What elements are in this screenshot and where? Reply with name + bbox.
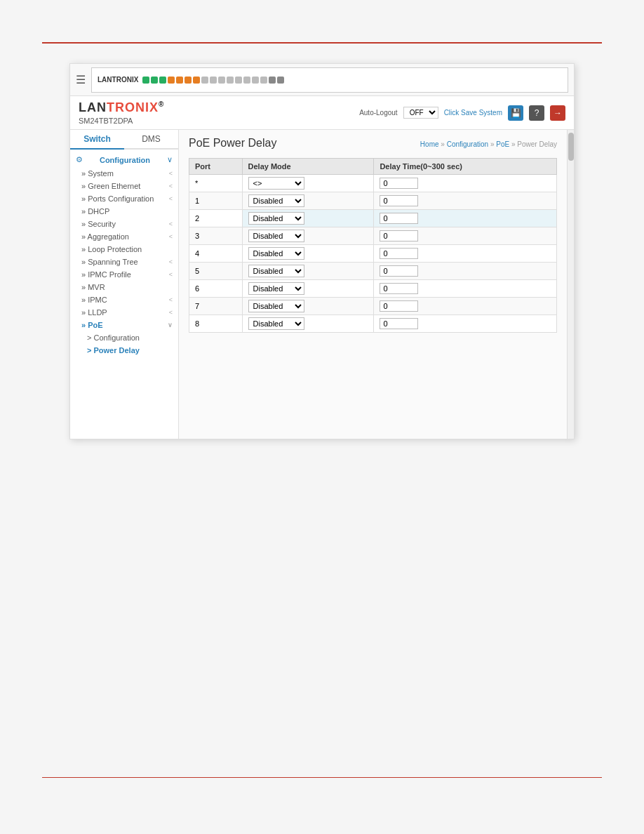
delay-mode-select-5[interactable]: <>DisabledEnabled [248,265,304,277]
sidebar-sub-item-label-poe-configuration: > Configuration [87,333,140,342]
bottom-rule [42,777,602,792]
hamburger-icon[interactable]: ☰ [76,73,86,86]
breadcrumb-home[interactable]: Home [420,140,439,148]
cell-port-2: 2 [189,210,243,227]
breadcrumb-poe[interactable]: PoE [496,140,509,148]
delay-time-input-3[interactable] [380,230,418,241]
arrow-icon-ports-configuration: < [169,195,173,202]
sidebar-item-loop-protection[interactable]: » Loop Protection [70,243,178,256]
arrow-icon-system: < [169,170,173,177]
click-save-button[interactable]: Click Save System [444,109,502,117]
table-row: 2<>DisabledEnabled [189,210,557,227]
port-indicators [142,77,284,84]
sidebar-item-label-ipmc-profile: » IPMC Profile [81,270,131,279]
col-header-delay-mode: Delay Mode [242,159,374,175]
delay-mode-select-7[interactable]: <>DisabledEnabled [248,300,304,312]
sidebar-item-poe[interactable]: » PoE ∨ [70,319,178,331]
scrollbar-thumb[interactable] [568,133,574,161]
delay-mode-select-4[interactable]: <>DisabledEnabled [248,247,304,260]
port-dot-14 [252,77,259,84]
sidebar-section: ⚙ Configuration ∨ » System < » Green Eth… [70,150,178,359]
header-row: LANTRONIX® SM24TBT2DPA Auto-Logout OFF O… [70,96,574,130]
sidebar-item-spanning-tree[interactable]: » Spanning Tree < [70,256,178,268]
tab-dms[interactable]: DMS [124,130,178,148]
help-icon-button[interactable]: ? [529,105,544,121]
sidebar-sub-item-poe-configuration[interactable]: > Configuration [70,331,178,344]
cell-port-4: 4 [189,245,243,263]
table-row: 6<>DisabledEnabled [189,280,557,298]
sidebar-item-ipmc-profile[interactable]: » IPMC Profile < [70,268,178,281]
scrollbar-area[interactable] [567,130,574,439]
content-area: PoE Power Delay Home » Configuration » P… [179,130,567,439]
delay-time-input-1[interactable] [380,195,418,206]
port-dot-15 [260,77,267,84]
sidebar-item-ports-configuration[interactable]: » Ports Configuration < [70,192,178,205]
sidebar-group-configuration[interactable]: ⚙ Configuration ∨ [70,152,178,167]
sidebar-item-label-aggregation: » Aggregation [81,232,129,241]
save-icon-button[interactable]: 💾 [508,105,523,121]
port-dot-6 [185,77,192,84]
sidebar-item-label-spanning-tree: » Spanning Tree [81,258,138,266]
sidebar-item-label-mvr: » MVR [81,283,105,291]
breadcrumb-sep3: » [511,140,516,148]
port-dot-7 [193,77,200,84]
cell-port-8: 8 [189,315,243,333]
cell-port-5: 5 [189,263,243,280]
delay-time-input-2[interactable] [380,213,418,224]
port-dot-12 [235,77,242,84]
logo-part1: LAN [79,100,107,114]
delay-time-input-6[interactable] [380,283,418,294]
delay-time-input-5[interactable] [380,265,418,277]
logout-icon-button[interactable]: → [550,105,565,121]
delay-time-input-7[interactable] [380,300,418,312]
port-dot-17 [277,77,284,84]
page-wrapper: ☰ LANTRONIX [0,0,644,834]
delay-mode-select-6[interactable]: <>DisabledEnabled [248,282,304,295]
delay-time-input-8[interactable] [380,318,418,329]
table-row: 3<>DisabledEnabled [189,227,557,245]
header-controls: Auto-Logout OFF ON Click Save System 💾 ?… [359,105,565,121]
table-row: *<>DisabledEnabled [189,175,557,192]
content-wrapper: PoE Power Delay Home » Configuration » P… [179,130,574,439]
config-table: Port Delay Mode Delay Time(0~300 sec) *<… [189,158,557,333]
sidebar-item-ipmc[interactable]: » IPMC < [70,293,178,306]
delay-mode-select-0[interactable]: <>DisabledEnabled [248,177,304,190]
port-dot-8 [201,77,208,84]
sidebar-item-dhcp[interactable]: » DHCP [70,205,178,218]
delay-time-input-4[interactable] [380,248,418,259]
cell-delay-mode-2: <>DisabledEnabled [242,210,374,227]
sidebar-item-lldp[interactable]: » LLDP < [70,306,178,319]
sidebar-item-label-poe: » PoE [81,321,103,329]
auto-logout-select[interactable]: OFF ON [403,107,438,119]
delay-time-input-0[interactable] [380,178,418,189]
sidebar-item-green-ethernet[interactable]: » Green Ethernet < [70,180,178,192]
top-device-name: LANTRONIX [98,76,138,84]
table-row: 4<>DisabledEnabled [189,245,557,263]
delay-mode-select-2[interactable]: <>DisabledEnabled [248,212,304,225]
cell-port-6: 6 [189,280,243,298]
sidebar-item-mvr[interactable]: » MVR [70,281,178,293]
breadcrumb: Home » Configuration » PoE » Power Delay [420,140,557,148]
delay-mode-select-1[interactable]: <>DisabledEnabled [248,194,304,207]
cell-delay-time-8 [374,315,557,333]
table-row: 1<>DisabledEnabled [189,192,557,210]
sidebar-item-system[interactable]: » System < [70,167,178,180]
cell-delay-time-1 [374,192,557,210]
arrow-icon-aggregation: < [169,233,173,240]
device-banner: LANTRONIX [91,67,568,93]
cell-delay-mode-4: <>DisabledEnabled [242,245,374,263]
breadcrumb-configuration[interactable]: Configuration [447,140,488,148]
sidebar-item-aggregation[interactable]: » Aggregation < [70,230,178,243]
port-dot-5 [176,77,183,84]
cell-delay-mode-5: <>DisabledEnabled [242,263,374,280]
port-dot-2 [151,77,158,84]
delay-mode-select-8[interactable]: <>DisabledEnabled [248,317,304,330]
tab-switch[interactable]: Switch [70,130,124,150]
port-dot-10 [218,77,225,84]
cell-delay-time-3 [374,227,557,245]
sidebar-sub-item-poe-power-delay[interactable]: > Power Delay [70,344,178,357]
delay-mode-select-3[interactable]: <>DisabledEnabled [248,230,304,242]
cell-delay-mode-0: <>DisabledEnabled [242,175,374,192]
sidebar-item-security[interactable]: » Security < [70,218,178,230]
top-bar: ☰ LANTRONIX [70,64,574,96]
